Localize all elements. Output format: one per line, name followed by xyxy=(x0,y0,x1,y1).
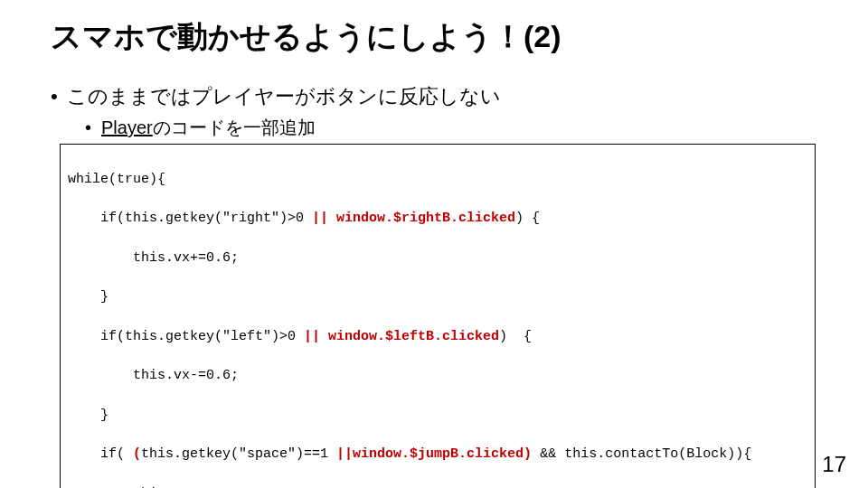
code-text: if(this.getkey("left")>0 xyxy=(68,329,304,344)
code-text: ) { xyxy=(499,329,532,344)
code-line: while(true){ xyxy=(68,170,807,190)
code-text: } xyxy=(68,408,108,423)
bullet-dot: • xyxy=(51,85,67,108)
code-text: } xyxy=(68,289,108,305)
code-line: this.vx+=0.6; xyxy=(68,249,807,268)
code-line: this.vy=-10; xyxy=(68,484,807,488)
bullet2-underlined: Player xyxy=(101,117,153,137)
code-text: ) { xyxy=(515,211,540,226)
code-line: } xyxy=(68,287,807,307)
slide-title: スマホで動かせるようにしよう！(2) xyxy=(51,16,817,58)
bullet2-text: のコードを一部追加 xyxy=(153,117,316,137)
slide: スマホで動かせるようにしよう！(2) •このままではプレイヤーがボタンに反応しな… xyxy=(0,0,868,488)
code-highlight: ||window.$jumpB.clicked) xyxy=(336,446,532,462)
bullet-level1: •このままではプレイヤーがボタンに反応しない xyxy=(51,83,817,110)
bullet-dot: • xyxy=(85,117,101,138)
code-line: if( (this.getkey("space")==1 ||window.$j… xyxy=(68,445,807,465)
code-line: } xyxy=(68,406,807,426)
code-text: && this.contactTo(Block)){ xyxy=(532,446,751,462)
code-line: if(this.getkey("right")>0 || window.$rig… xyxy=(68,209,807,229)
code-text: if(this.getkey("right")>0 xyxy=(68,211,312,226)
code-block: while(true){ if(this.getkey("right")>0 |… xyxy=(60,144,816,488)
code-line: if(this.getkey("left")>0 || window.$left… xyxy=(68,327,807,347)
code-text: if( xyxy=(68,446,133,462)
code-text: this.vx-=0.6; xyxy=(68,368,239,383)
code-line: this.vx-=0.6; xyxy=(68,366,807,386)
code-text: this.vx+=0.6; xyxy=(68,250,239,266)
code-text: while(true){ xyxy=(68,172,165,187)
bullet-level2: •Playerのコードを一部追加 xyxy=(51,116,817,140)
page-number: 17 xyxy=(822,452,846,477)
code-highlight: || window.$leftB.clicked xyxy=(304,329,499,344)
bullet1-text: このままではプレイヤーがボタンに反応しない xyxy=(67,85,501,108)
code-text: this.getkey("space")==1 xyxy=(141,446,336,462)
code-highlight: ( xyxy=(133,446,141,462)
code-highlight: || window.$rightB.clicked xyxy=(312,211,515,226)
